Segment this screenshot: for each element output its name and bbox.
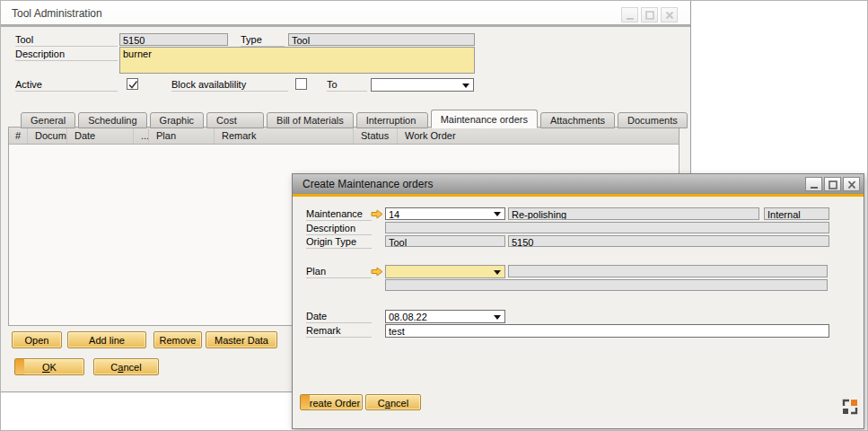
dropdown-arrow-icon — [494, 315, 501, 320]
maintenance-label: Maintenance — [306, 208, 372, 221]
dialog-window-controls — [805, 177, 860, 191]
plan-detail-field — [508, 265, 828, 277]
plan-label: Plan — [306, 266, 372, 278]
dialog-titlebar[interactable]: Create Maintenance orders — [293, 174, 864, 194]
window-title: Tool Administration — [12, 7, 102, 20]
ok-button[interactable]: OK — [14, 358, 84, 375]
accent-bar — [293, 194, 864, 197]
remark-input[interactable]: test — [385, 324, 829, 338]
maintenance-category-field: Internal — [764, 207, 829, 220]
dialog-description-label: Description — [306, 223, 372, 235]
checkmark-icon — [127, 79, 139, 91]
maintenance-name-field: Re-polishing — [508, 207, 759, 220]
create-order-button[interactable]: Create Order — [300, 394, 363, 410]
block-availability-label: Block availablility — [171, 79, 288, 92]
tab-cost[interactable]: Cost — [206, 112, 264, 128]
tab-documents[interactable]: Documents — [618, 112, 688, 128]
tool-code-field: 5150 — [119, 33, 228, 46]
tab-general[interactable]: General — [21, 112, 75, 128]
maximize-icon[interactable] — [641, 7, 658, 22]
tab-scheduling[interactable]: Scheduling — [78, 112, 146, 128]
dialog-description-field — [385, 222, 829, 233]
open-button[interactable]: Open — [12, 331, 62, 348]
close-icon[interactable] — [843, 177, 860, 191]
plan-detail2-field — [385, 279, 828, 291]
column-header-plan[interactable]: Plan — [149, 128, 215, 144]
active-checkbox[interactable] — [127, 78, 138, 90]
origin-type-field: Tool — [385, 235, 505, 247]
tab-graphic[interactable]: Graphic — [150, 112, 205, 128]
column-header-details[interactable]: ... — [134, 128, 149, 144]
minimize-icon[interactable] — [621, 7, 638, 22]
block-availability-checkbox[interactable] — [295, 78, 307, 90]
type-field: Tool — [288, 33, 475, 46]
tab-strip: General Scheduling Graphic Cost Bill of … — [21, 110, 688, 128]
description-field[interactable]: burner — [119, 47, 475, 74]
column-header-number[interactable]: # — [9, 128, 28, 144]
column-header-remark[interactable]: Remark — [215, 128, 354, 144]
create-maintenance-orders-dialog: Create Maintenance orders Maintenance 14… — [292, 173, 864, 429]
to-label: To — [327, 79, 367, 92]
maintenance-dropdown[interactable]: 14 — [385, 207, 505, 220]
description-label: Description — [15, 48, 118, 61]
dropdown-arrow-icon — [494, 212, 501, 216]
dialog-cancel-button[interactable]: Cancel — [365, 394, 421, 410]
tab-bill-of-materials[interactable]: Bill of Materials — [267, 112, 354, 128]
type-label: Type — [241, 34, 285, 47]
maximize-icon[interactable] — [824, 177, 841, 191]
window-titlebar[interactable]: Tool Administration — [1, 1, 690, 27]
origin-id-field: 5150 — [508, 235, 829, 247]
date-dropdown[interactable]: 08.08.22 — [385, 310, 505, 323]
link-arrow-icon[interactable] — [371, 209, 383, 219]
dialog-title: Create Maintenance orders — [302, 178, 433, 190]
date-label: Date — [306, 311, 372, 323]
tool-label: Tool — [15, 34, 118, 47]
link-arrow-icon[interactable] — [371, 267, 383, 277]
to-dropdown[interactable] — [371, 78, 474, 92]
minimize-icon[interactable] — [805, 177, 822, 191]
column-header-date[interactable]: Date — [67, 128, 134, 144]
remove-button[interactable]: Remove — [153, 331, 202, 348]
window-controls — [621, 7, 678, 22]
master-data-button[interactable]: Master Data — [206, 331, 277, 348]
resize-grip-icon[interactable] — [842, 399, 858, 415]
origin-type-label: Origin Type — [306, 236, 372, 249]
column-header-document[interactable]: Document — [28, 128, 67, 144]
tab-interruption[interactable]: Interruption — [356, 112, 428, 128]
tab-attachments[interactable]: Attachments — [540, 112, 615, 128]
tab-maintenance-orders[interactable]: Maintenance orders — [431, 110, 538, 128]
active-label: Active — [15, 79, 118, 92]
add-line-button[interactable]: Add line — [67, 331, 146, 348]
remark-label: Remark — [306, 325, 372, 338]
dropdown-arrow-icon — [462, 84, 469, 88]
cancel-button[interactable]: Cancel — [93, 358, 159, 375]
plan-dropdown[interactable] — [385, 265, 505, 278]
close-icon[interactable] — [661, 7, 678, 22]
column-header-work-order[interactable]: Work Order — [398, 128, 679, 144]
table-header-row: # Document Date ... Plan Remark Status W… — [9, 128, 679, 145]
dropdown-arrow-icon — [494, 270, 501, 275]
column-header-status[interactable]: Status — [354, 128, 398, 144]
